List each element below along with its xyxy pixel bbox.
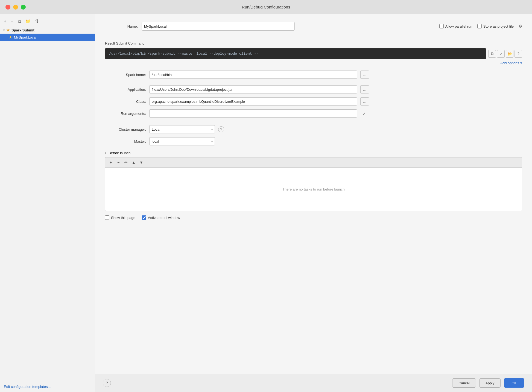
cluster-manager-row: Cluster manager: Local YARN Mesos Kubern… — [105, 125, 522, 133]
activate-tool-label[interactable]: Activate tool window — [142, 215, 180, 220]
sidebar-toolbar: + − ⧉ 📁 ⇅ — [0, 16, 95, 26]
before-launch-section: ▾ Before launch + − ✏ ▲ ▼ There are no t… — [105, 151, 522, 211]
maximize-button[interactable] — [21, 5, 26, 10]
dialog-footer: ? Cancel Apply OK — [95, 374, 532, 392]
before-launch-move-up-button[interactable]: ▲ — [130, 159, 137, 166]
class-row: Class: … — [105, 97, 522, 106]
name-input[interactable] — [142, 22, 295, 31]
copy-config-button[interactable]: ⧉ — [17, 18, 22, 24]
sidebar-group-spark-submit: ▾ ★ Spark Submit ★ MySparkLocal — [0, 26, 95, 41]
sidebar-group-label: Spark Submit — [11, 28, 34, 32]
before-launch-edit-button[interactable]: ✏ — [123, 159, 129, 166]
footer-left: ? — [103, 379, 111, 387]
cluster-manager-select[interactable]: Local YARN Mesos Kubernetes — [149, 125, 215, 133]
class-input[interactable] — [149, 97, 357, 106]
add-config-button[interactable]: + — [3, 18, 7, 24]
class-browse-button[interactable]: … — [360, 97, 369, 106]
command-box: /usr/local/bin/bin/spark-submit --master… — [105, 48, 486, 59]
show-page-checkbox[interactable] — [105, 215, 109, 220]
header-right: Allow parallel run Store as project file… — [439, 24, 522, 29]
command-area: /usr/local/bin/bin/spark-submit --master… — [105, 48, 522, 59]
name-label: Name: — [105, 24, 138, 28]
spark-home-browse-button[interactable]: … — [360, 71, 369, 79]
store-project-checkbox[interactable] — [477, 24, 482, 28]
group-star-icon: ★ — [6, 28, 10, 32]
content-area: Name: Allow parallel run Store as projec… — [95, 14, 532, 392]
cancel-button[interactable]: Cancel — [452, 378, 476, 388]
activate-tool-checkbox[interactable] — [142, 215, 146, 220]
master-dropdown: local local[*] local[2] ▾ — [149, 137, 215, 145]
result-submit-label: Result Submit Command — [105, 41, 522, 45]
run-arguments-row: Run arguments: ⤢ — [105, 109, 522, 118]
dialog-title: Run/Debug Configurations — [242, 5, 290, 9]
bottom-checkboxes: Show this page Activate tool window — [105, 215, 522, 220]
sidebar-group-header[interactable]: ▾ ★ Spark Submit — [0, 27, 95, 34]
gear-icon[interactable]: ⚙ — [519, 24, 522, 29]
application-input[interactable] — [149, 85, 357, 93]
allow-parallel-checkbox[interactable] — [439, 24, 444, 28]
command-actions: ⧉ ⤢ 📂 ? — [488, 50, 522, 58]
content-inner: Name: Allow parallel run Store as projec… — [95, 14, 532, 374]
minimize-button[interactable] — [13, 5, 18, 10]
master-select[interactable]: local local[*] local[2] — [149, 137, 215, 145]
item-star-icon: ★ — [9, 35, 12, 39]
spark-home-label: Spark home: — [105, 73, 146, 77]
spacer-2 — [105, 121, 522, 125]
application-label: Application: — [105, 87, 146, 92]
sidebar-item-label: MySparkLocal — [14, 35, 36, 39]
help-command-button[interactable]: ? — [515, 50, 522, 58]
name-row: Name: Allow parallel run Store as projec… — [105, 22, 522, 31]
chevron-down-icon: ▾ — [3, 29, 5, 32]
before-launch-add-button[interactable]: + — [107, 159, 114, 166]
run-arguments-expand-button[interactable]: ⤢ — [360, 110, 368, 117]
before-launch-move-down-button[interactable]: ▼ — [138, 159, 145, 166]
ok-button[interactable]: OK — [504, 378, 524, 388]
window-controls — [5, 5, 26, 10]
sidebar-footer: Edit configuration templates... — [0, 381, 95, 392]
store-project-label[interactable]: Store as project file — [477, 24, 514, 28]
spark-home-input[interactable] — [149, 71, 357, 79]
footer-help-button[interactable]: ? — [103, 379, 111, 387]
application-row: Application: … — [105, 85, 522, 93]
edit-templates-link[interactable]: Edit configuration templates... — [4, 385, 51, 389]
sidebar-item-myspark[interactable]: ★ MySparkLocal — [0, 34, 95, 41]
application-browse-button[interactable]: … — [360, 85, 369, 93]
cluster-manager-label: Cluster manager: — [105, 127, 146, 131]
before-launch-toolbar: + − ✏ ▲ ▼ — [105, 157, 522, 167]
apply-button[interactable]: Apply — [479, 378, 501, 388]
before-launch-remove-button[interactable]: − — [115, 159, 122, 166]
add-options-row: Add options ▾ — [105, 61, 522, 65]
sidebar: + − ⧉ 📁 ⇅ ▾ ★ Spark Submit ★ MySparkLoca… — [0, 14, 95, 392]
no-tasks-message: There are no tasks to run before launch — [282, 187, 345, 191]
separator-1 — [105, 36, 522, 36]
master-label: Master: — [105, 139, 146, 144]
before-launch-header: ▾ Before launch — [105, 151, 522, 155]
cluster-manager-dropdown: Local YARN Mesos Kubernetes ▾ — [149, 125, 215, 133]
cluster-manager-help-icon[interactable]: ? — [218, 126, 224, 132]
close-button[interactable] — [5, 5, 10, 10]
remove-config-button[interactable]: − — [10, 18, 14, 24]
allow-parallel-label[interactable]: Allow parallel run — [439, 24, 472, 28]
class-label: Class: — [105, 100, 146, 104]
run-arguments-input[interactable] — [149, 109, 357, 118]
master-row: Master: local local[*] local[2] ▾ — [105, 137, 522, 145]
spacer-1 — [105, 83, 522, 85]
expand-command-button[interactable]: ⤢ — [497, 50, 505, 58]
sort-config-button[interactable]: ⇅ — [34, 18, 40, 24]
open-file-command-button[interactable]: 📂 — [506, 50, 513, 58]
copy-command-button[interactable]: ⧉ — [488, 50, 496, 58]
folder-config-button[interactable]: 📁 — [24, 18, 32, 24]
before-launch-body: There are no tasks to run before launch — [105, 167, 522, 211]
before-launch-label: Before launch — [109, 151, 130, 155]
show-page-label[interactable]: Show this page — [105, 215, 135, 220]
run-arguments-label: Run arguments: — [105, 112, 146, 116]
before-launch-chevron-icon: ▾ — [105, 151, 106, 154]
spark-home-row: Spark home: … — [105, 71, 522, 79]
add-options-chevron-icon: ▾ — [520, 61, 522, 65]
main-layout: + − ⧉ 📁 ⇅ ▾ ★ Spark Submit ★ MySparkLoca… — [0, 14, 532, 392]
add-options-link[interactable]: Add options ▾ — [500, 61, 522, 65]
footer-right: Cancel Apply OK — [452, 378, 524, 388]
title-bar: Run/Debug Configurations — [0, 0, 532, 14]
